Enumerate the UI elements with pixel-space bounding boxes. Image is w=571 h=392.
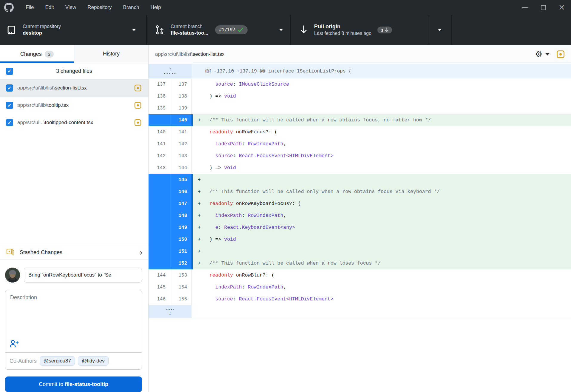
file-row[interactable]: ✓app\src\ui\lib\list\section-list.tsx: [0, 79, 148, 97]
diff-marker: +: [193, 186, 203, 198]
select-all-checkbox[interactable]: ✓: [6, 68, 13, 75]
github-logo-icon: [4, 3, 14, 12]
coauthor-chip[interactable]: @sergiou87: [40, 356, 75, 366]
diff-line-row[interactable]: 143144 ) => void: [149, 162, 571, 174]
code-line: indexPath: RowIndexPath,: [193, 281, 571, 293]
diff-line-row[interactable]: 142143 source: React.FocusEvent<HTMLDivE…: [149, 150, 571, 162]
tab-history-label: History: [103, 51, 120, 57]
changed-file-list: ✓app\src\ui\lib\list\section-list.tsx✓ap…: [0, 79, 148, 131]
diff-line-row[interactable]: 139139: [149, 102, 571, 114]
code-line: source: IMouseClickSource: [193, 78, 571, 90]
old-line-number: 139: [149, 102, 170, 114]
modified-status-icon: [134, 119, 142, 126]
old-line-number: 142: [149, 150, 170, 162]
old-line-number: [149, 198, 170, 210]
file-checkbox[interactable]: ✓: [6, 119, 13, 126]
file-row[interactable]: ✓app\src\ui...\tooltipped-content.tsx: [0, 114, 148, 131]
diff-line-row[interactable]: 149+ e: React.KeyboardEvent<any>: [149, 222, 571, 234]
code-line: ) => void: [193, 90, 571, 102]
changed-files-label: 3 changed files: [0, 68, 148, 74]
changed-files-header: 3 changed files ✓: [0, 63, 148, 79]
diff-line-row[interactable]: 148+ indexPath: RowIndexPath,: [149, 210, 571, 222]
window-controls: ✕: [516, 0, 571, 15]
diff-line-row[interactable]: 145+: [149, 174, 571, 186]
code-line: + /** This function will be called when …: [193, 114, 571, 126]
file-row[interactable]: ✓app\src\ui\lib\tooltip.tsx: [0, 97, 148, 114]
diff-line-row[interactable]: 137137 source: IMouseClickSource: [149, 78, 571, 90]
titlebar: File Edit View Repository Branch Help ✕: [0, 0, 571, 15]
code-line: readonly onRowFocus?: (: [193, 126, 571, 138]
chevron-down-icon: [132, 29, 136, 31]
file-path: app\src\ui...\tooltipped-content.tsx: [17, 120, 132, 126]
menu-branch[interactable]: Branch: [120, 3, 143, 12]
diff-line-row[interactable]: 145154 indexPath: RowIndexPath,: [149, 281, 571, 293]
pull-options-button[interactable]: [428, 15, 452, 45]
current-branch-button[interactable]: Current branch file-status-too... #17192: [147, 15, 291, 45]
expand-up-icon: ↑•••••: [163, 67, 176, 75]
diff-line-row[interactable]: 140+ /** This function will be called wh…: [149, 114, 571, 126]
new-line-number: 142: [170, 138, 192, 150]
hunk-header-text: @@ -137,10 +137,19 @@ interface ISection…: [205, 69, 351, 74]
commit-button[interactable]: Commit to file-status-tooltip: [5, 376, 142, 392]
diff-marker: +: [193, 210, 203, 222]
file-checkbox[interactable]: ✓: [6, 102, 13, 109]
old-line-number: 144: [149, 269, 170, 281]
tab-history[interactable]: History: [74, 45, 148, 63]
menu-view[interactable]: View: [62, 3, 80, 12]
current-repository-button[interactable]: Current repository desktop: [0, 15, 147, 45]
expand-hunk-up-button[interactable]: ↑•••••: [149, 64, 192, 78]
diff-line-row[interactable]: 146+ /** This function will be called on…: [149, 186, 571, 198]
repo-name: desktop: [23, 30, 61, 36]
old-line-number: [149, 257, 170, 269]
toolbar-empty: [452, 15, 571, 45]
repo-label: Current repository: [23, 24, 61, 29]
commit-summary-input[interactable]: [24, 268, 142, 283]
maximize-button[interactable]: [534, 0, 553, 15]
menu-file[interactable]: File: [22, 3, 37, 12]
diff-line-row[interactable]: 141142 indexPath: RowIndexPath,: [149, 138, 571, 150]
down-arrow-icon: [385, 27, 389, 32]
diff-options-button[interactable]: ⚙: [535, 50, 550, 58]
menu-repository[interactable]: Repository: [84, 3, 115, 12]
commit-description-input[interactable]: Description: [5, 290, 142, 352]
file-list-empty-space: [0, 131, 148, 245]
modified-status-icon: [134, 84, 142, 92]
diff-line-row[interactable]: 147+ readonly onRowKeyboardFocus?: (: [149, 198, 571, 210]
pr-badge[interactable]: #17192: [215, 25, 248, 34]
diff-file-path: app\src\ui\lib\list\section-list.tsx: [155, 51, 535, 57]
close-button[interactable]: ✕: [553, 0, 571, 15]
new-line-number: 149: [170, 222, 192, 234]
diff-line-row[interactable]: 151+: [149, 246, 571, 257]
diff-line-row[interactable]: 140141 readonly onRowFocus?: (: [149, 126, 571, 138]
code-line: source: React.FocusEvent<HTMLDivElement>: [193, 293, 571, 305]
coauthors-row[interactable]: Co-Authors @sergiou87@tidy-dev: [5, 352, 142, 369]
file-path: app\src\ui\lib\tooltip.tsx: [17, 102, 132, 108]
stash-icon: [6, 248, 15, 257]
diff-marker: +: [193, 174, 203, 186]
hunk-header-row: ↑••••• @@ -137,10 +137,19 @@ interface I…: [149, 64, 571, 78]
pull-origin-button[interactable]: Pull origin Last fetched 8 minutes ago 3: [291, 15, 428, 45]
diff-line-row[interactable]: 150+ ) => void: [149, 234, 571, 246]
code-line: +: [193, 246, 571, 257]
file-checkbox[interactable]: ✓: [6, 84, 13, 92]
coauthor-chip[interactable]: @tidy-dev: [78, 356, 109, 366]
stashed-changes-row[interactable]: Stashed Changes ›: [0, 245, 148, 260]
diff-line-row[interactable]: 144153 readonly onRowBlur?: (: [149, 269, 571, 281]
diff-line-row[interactable]: 146155 source: React.FocusEvent<HTMLDivE…: [149, 293, 571, 305]
old-line-number: [149, 174, 170, 186]
diff-marker: +: [193, 114, 203, 126]
old-line-number: [149, 222, 170, 234]
new-line-number: 154: [170, 281, 192, 293]
expand-hunk-down-button[interactable]: •••••↓: [149, 305, 192, 318]
diff-line-row[interactable]: 152+ /** This function will be called wh…: [149, 257, 571, 269]
diff-line-row[interactable]: 138138 ) => void: [149, 90, 571, 102]
add-coauthor-icon[interactable]: [10, 339, 19, 349]
minimize-button[interactable]: [516, 0, 534, 15]
old-line-number: 140: [149, 126, 170, 138]
menu-help[interactable]: Help: [147, 3, 164, 12]
code-line: + /** This function will be called only …: [193, 186, 571, 198]
diff-marker: +: [193, 198, 203, 210]
menu-edit[interactable]: Edit: [41, 3, 57, 12]
tab-changes[interactable]: Changes 3: [0, 45, 74, 63]
pull-subtitle: Last fetched 8 minutes ago: [314, 31, 371, 36]
